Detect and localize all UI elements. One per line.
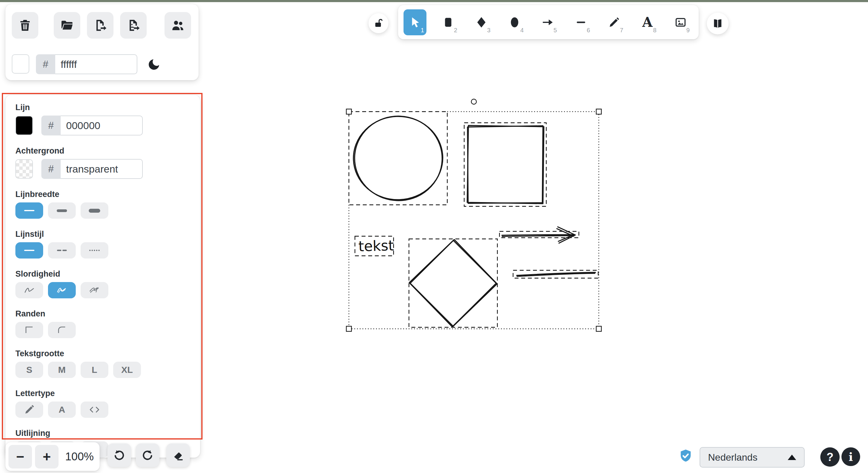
selection-handles[interactable] — [346, 99, 601, 332]
font-family-hand-drawn[interactable] — [16, 402, 43, 418]
shield-check-icon — [679, 449, 692, 463]
stroke-style-solid[interactable] — [16, 242, 43, 258]
selection-outline — [349, 112, 599, 329]
help-button[interactable]: ? — [820, 447, 840, 467]
font-size-l[interactable]: L — [81, 362, 108, 378]
ellipse-shape[interactable] — [349, 112, 447, 205]
arrow-shape[interactable] — [499, 227, 579, 243]
stroke-width-bold[interactable] — [48, 202, 76, 219]
font-family-normal[interactable]: A — [48, 402, 76, 418]
open-file-button[interactable] — [54, 12, 80, 39]
sloppiness-architect[interactable] — [16, 282, 43, 298]
line-shape[interactable] — [513, 270, 598, 278]
clear-canvas-button[interactable] — [12, 12, 38, 39]
hash-prefix: # — [41, 116, 61, 135]
rectangle-icon — [442, 16, 455, 29]
font-family-code[interactable] — [81, 402, 108, 418]
section-label-background: Achtergrond — [16, 146, 200, 156]
rotate-handle[interactable] — [471, 99, 476, 104]
diamond-shape[interactable] — [409, 239, 497, 327]
export-file-button[interactable] — [87, 12, 114, 39]
info-button[interactable]: i — [841, 447, 860, 466]
background-color-row: # — [16, 159, 200, 179]
language-select[interactable]: Nederlands — [700, 447, 805, 468]
zoom-controls: − + 100% — [5, 442, 100, 471]
tool-diamond[interactable]: 3 — [470, 9, 493, 35]
edges-round[interactable] — [48, 322, 76, 338]
tool-ellipse[interactable]: 4 — [503, 9, 526, 35]
pencil-icon — [608, 16, 621, 29]
code-icon — [88, 403, 101, 416]
stroke-width-extra-bold[interactable] — [81, 202, 108, 219]
font-size-s[interactable]: S — [16, 362, 43, 378]
canvas-actions-panel: # — [5, 4, 198, 80]
file-export-icon — [93, 19, 107, 32]
canvas-text[interactable]: tekst — [358, 237, 394, 255]
trash-icon — [18, 19, 32, 32]
sloppiness-artist[interactable] — [48, 282, 76, 298]
line-icon — [575, 16, 587, 29]
tool-rectangle[interactable]: 2 — [437, 9, 460, 35]
zoom-out-button[interactable]: − — [8, 445, 32, 469]
tool-draw[interactable]: 7 — [603, 9, 626, 35]
shortcut-label: 4 — [520, 27, 524, 34]
canvas-color-input[interactable] — [55, 54, 137, 74]
canvas-background-swatch[interactable] — [12, 54, 29, 73]
undo-button[interactable] — [107, 443, 131, 467]
browser-top-strip — [0, 0, 868, 2]
stroke-style-dotted[interactable] — [81, 242, 108, 258]
tool-line[interactable]: 6 — [569, 9, 592, 35]
background-color-swatch[interactable] — [16, 159, 33, 179]
erase-button[interactable] — [166, 443, 190, 467]
cartoonist-squiggle-icon — [88, 284, 101, 296]
text-shape[interactable]: tekst — [355, 236, 394, 256]
rectangle-shape[interactable] — [464, 123, 546, 206]
font-size-xl[interactable]: XL — [113, 362, 141, 378]
tool-selection[interactable]: 1 — [404, 9, 427, 35]
extra-bold-line-icon — [89, 209, 100, 213]
lock-button[interactable] — [369, 13, 389, 33]
letter-a-icon: A — [59, 405, 65, 415]
stroke-style-options — [16, 242, 200, 258]
tool-image[interactable]: 9 — [669, 9, 692, 35]
collaboration-button[interactable] — [164, 12, 191, 39]
line-color-input-group: # — [41, 116, 143, 135]
undo-icon — [113, 449, 126, 462]
redo-button[interactable] — [136, 443, 159, 467]
zoom-level[interactable]: 100% — [65, 450, 94, 463]
background-color-input[interactable] — [61, 159, 143, 179]
handle-bottom-left[interactable] — [346, 326, 351, 332]
moon-icon — [147, 58, 161, 71]
redo-icon — [141, 449, 154, 462]
shortcut-label: 8 — [653, 27, 656, 34]
dark-mode-toggle[interactable] — [145, 56, 163, 73]
properties-panel: Lijn # Achtergrond # Lijnbreedte — [5, 95, 200, 458]
stroke-width-thin[interactable] — [16, 202, 43, 219]
caret-up-icon — [788, 454, 796, 460]
edges-sharp[interactable] — [16, 322, 43, 338]
section-label-line: Lijn — [16, 103, 200, 112]
edges-options — [16, 322, 200, 338]
export-image-button[interactable] — [120, 12, 147, 39]
drawing-canvas[interactable]: tekst — [332, 91, 619, 344]
zoom-in-button[interactable]: + — [35, 445, 59, 469]
handle-top-left[interactable] — [346, 109, 351, 114]
font-size-m[interactable]: M — [48, 362, 76, 378]
background-color-input-group: # — [41, 159, 143, 179]
font-family-options: A — [16, 402, 200, 418]
artist-squiggle-icon — [56, 284, 68, 296]
handle-bottom-right[interactable] — [596, 326, 601, 332]
tool-text[interactable]: A 8 — [636, 9, 659, 35]
line-color-swatch[interactable] — [16, 116, 33, 135]
tool-arrow[interactable]: 5 — [536, 9, 559, 35]
dotted-line-icon — [88, 244, 101, 257]
sharp-corner-icon — [23, 324, 36, 336]
library-button[interactable] — [707, 13, 728, 34]
line-color-input[interactable] — [61, 116, 143, 135]
section-label-sloppiness: Slordigheid — [16, 270, 200, 279]
handle-top-right[interactable] — [596, 109, 601, 114]
sloppiness-cartoonist[interactable] — [81, 282, 108, 298]
section-label-stroke-width: Lijnbreedte — [16, 190, 200, 199]
image-icon — [674, 16, 687, 29]
stroke-style-dashed[interactable] — [48, 242, 76, 258]
